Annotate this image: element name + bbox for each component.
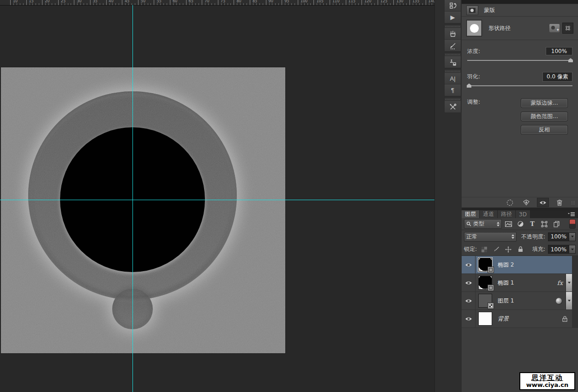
layer-name[interactable]: 图层 1: [498, 297, 514, 305]
brush-presets-panel-icon[interactable]: [445, 40, 461, 51]
visibility-eye-icon[interactable]: [462, 310, 476, 327]
feather-slider[interactable]: [467, 85, 572, 86]
ruler-label: 25: [61, 0, 66, 3]
filter-type-layers-icon[interactable]: T: [527, 219, 538, 229]
lock-pixels-brush-icon[interactable]: [492, 245, 501, 254]
disable-mask-eye-icon[interactable]: [537, 198, 549, 207]
ruler-label: 65: [189, 0, 193, 3]
invert-button[interactable]: 反相: [521, 125, 568, 135]
lock-position-move-icon[interactable]: [504, 245, 513, 254]
layer-name[interactable]: 背景: [498, 315, 509, 323]
canvas-viewport[interactable]: 1015202530354045505560657075808590951001…: [0, 0, 434, 392]
dock-grip[interactable]: [444, 97, 461, 101]
adjust-label: 调整:: [467, 98, 480, 135]
mask-adjust-section: 调整: 蒙版边缘... 颜色范围... 反相: [467, 98, 572, 135]
layers-panel: 图层 通道 路径 3D 类型: [462, 210, 578, 392]
layers-list-right-edge: [572, 256, 578, 328]
opacity-value[interactable]: 100%: [548, 232, 569, 241]
filter-kind-dropdown[interactable]: 类型: [464, 219, 502, 229]
delete-mask-trash-icon[interactable]: [554, 198, 566, 207]
top-ruler[interactable]: 1015202530354045505560657075808590951001…: [0, 0, 434, 6]
panel-menu-icon[interactable]: [565, 210, 578, 218]
ruler-label: 35: [93, 0, 97, 3]
density-value[interactable]: 100%: [546, 47, 572, 55]
mask-edge-button[interactable]: 蒙版边缘...: [521, 98, 568, 108]
masks-panel-header: 蒙版: [462, 4, 578, 17]
layer-filtering-switch[interactable]: [569, 219, 576, 229]
ruler-label: 105: [316, 0, 323, 3]
layer-thumbnail[interactable]: [478, 312, 492, 326]
properties-tab-strip: [462, 0, 578, 4]
apply-mask-icon[interactable]: [520, 198, 532, 207]
effects-expander-icon[interactable]: [566, 292, 572, 309]
dock-group-4: A| ¶: [444, 73, 461, 96]
vertical-guide[interactable]: [132, 5, 133, 392]
effect-badge-icon[interactable]: [556, 298, 562, 304]
add-pixel-mask-icon[interactable]: +: [549, 24, 560, 32]
mask-thumbnail[interactable]: [466, 20, 482, 36]
layers-list: 椭圆 2 椭圆 1 fx: [462, 256, 578, 328]
search-icon: [466, 221, 471, 226]
layer-row-ellipse-1[interactable]: 椭圆 1 fx: [462, 274, 572, 292]
photoshop-window: 1015202530354045505560657075808590951001…: [0, 0, 578, 392]
dock-grip[interactable]: [444, 24, 461, 28]
tab-paths[interactable]: 路径: [498, 210, 516, 218]
visibility-eye-icon[interactable]: [462, 256, 476, 273]
density-slider-thumb[interactable]: [568, 58, 573, 62]
color-range-button[interactable]: 颜色范围...: [521, 112, 568, 121]
document-canvas[interactable]: [1, 67, 285, 353]
panel-stack: 蒙版 形状路径 + 浓度: 100%: [462, 0, 578, 392]
effects-expander-icon[interactable]: [566, 274, 572, 291]
document-artwork: [1, 67, 285, 353]
actions-panel-icon[interactable]: ▶: [445, 12, 461, 23]
dock-group-1: ▶: [444, 0, 461, 24]
visibility-eye-icon[interactable]: [462, 292, 476, 309]
panel-resize-grip[interactable]: [571, 201, 575, 205]
character-glyph: A|: [450, 76, 455, 82]
blend-mode-dropdown[interactable]: 正常: [464, 232, 517, 242]
blend-mode-row: 正常 不透明度: 100%: [462, 230, 578, 243]
tab-channels-label: 通道: [483, 210, 494, 218]
filter-adjustment-layers-icon[interactable]: [515, 219, 526, 229]
load-selection-from-mask-icon[interactable]: [504, 198, 516, 207]
feather-value[interactable]: 0.0 像素: [542, 72, 572, 82]
brush-panel-icon[interactable]: [445, 28, 461, 40]
feather-slider-thumb[interactable]: [467, 83, 471, 88]
dock-grip[interactable]: [444, 53, 461, 56]
vector-mask-icon[interactable]: [562, 23, 573, 34]
tab-3d-label: 3D: [519, 211, 527, 218]
tab-layers[interactable]: 图层: [462, 210, 480, 218]
tab-channels[interactable]: 通道: [480, 210, 498, 218]
ruler-label: 110: [332, 0, 339, 3]
play-glyph: ▶: [451, 14, 455, 20]
filter-pixel-layers-icon[interactable]: [503, 219, 514, 229]
ruler-label: 75: [221, 0, 225, 3]
opacity-dropdown-icon[interactable]: [569, 232, 576, 241]
clone-source-panel-icon[interactable]: [445, 56, 461, 68]
masks-panel-footer: [462, 197, 578, 208]
lock-row: 锁定:: [462, 243, 578, 256]
filter-shape-layers-icon[interactable]: [539, 219, 550, 229]
dock-grip[interactable]: [444, 69, 461, 73]
paragraph-panel-icon[interactable]: ¶: [445, 84, 461, 96]
filter-smart-objects-icon[interactable]: [551, 219, 562, 229]
lock-all-icon[interactable]: [516, 245, 525, 254]
history-panel-icon[interactable]: [445, 0, 461, 12]
character-panel-icon[interactable]: A|: [445, 73, 461, 84]
fill-dropdown-icon[interactable]: [569, 245, 576, 254]
horizontal-guide[interactable]: [0, 200, 434, 200]
layers-tabbar: 图层 通道 路径 3D: [462, 210, 578, 218]
layer-row-layer-1[interactable]: 图层 1: [462, 292, 572, 310]
fill-value[interactable]: 100%: [548, 245, 569, 254]
tab-3d[interactable]: 3D: [516, 210, 530, 218]
lock-transparency-icon[interactable]: [480, 245, 489, 254]
smart-object-badge-icon: [488, 303, 494, 309]
layer-row-ellipse-2[interactable]: 椭圆 2: [462, 256, 572, 274]
layer-row-background[interactable]: 背景: [462, 310, 572, 328]
visibility-eye-icon[interactable]: [462, 274, 476, 291]
fx-badge[interactable]: fx: [557, 279, 563, 286]
layer-name[interactable]: 椭圆 1: [498, 279, 514, 287]
tool-presets-panel-icon[interactable]: [445, 101, 461, 113]
density-slider[interactable]: [467, 60, 572, 61]
layer-name[interactable]: 椭圆 2: [498, 261, 514, 269]
